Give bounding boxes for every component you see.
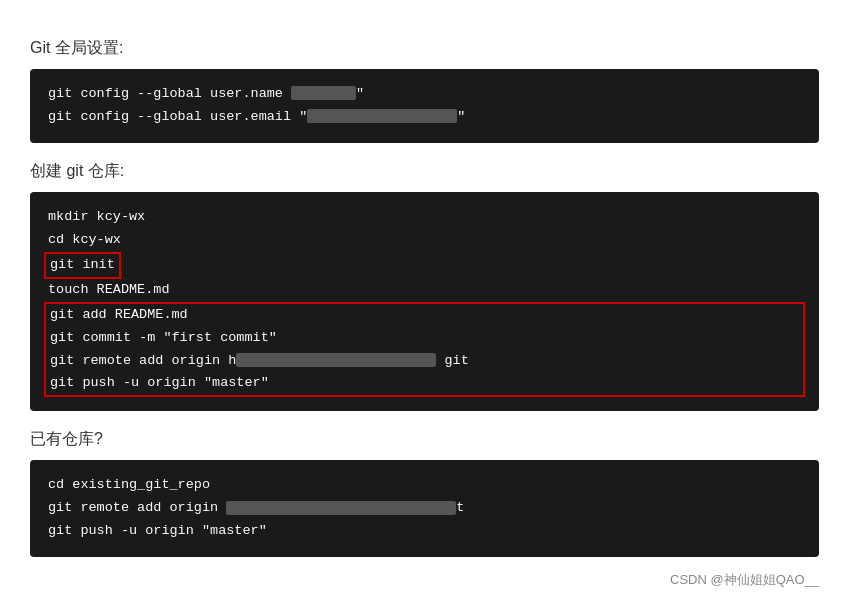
code-line-username: git config --global user.name " (48, 83, 801, 106)
code-line-git-commit: git commit -m "first commit" (50, 327, 799, 350)
code-line-git-push: git push -u origin "master" (50, 372, 799, 395)
page-container: Git 全局设置: git config --global user.name … (30, 38, 819, 589)
code-line-git-remote: git remote add origin h git (50, 350, 799, 373)
section-global-title: Git 全局设置: (30, 38, 819, 59)
code-line-push-existing: git push -u origin "master" (48, 520, 801, 543)
code-block-global: git config --global user.name " git conf… (30, 69, 819, 143)
code-line-email: git config --global user.email " " (48, 106, 801, 129)
code-line-git-init: git init (48, 252, 801, 279)
code-line-cd: cd kcy-wx (48, 229, 801, 252)
blurred-remote-url (236, 353, 436, 367)
section-existing-title: 已有仓库? (30, 429, 819, 450)
blurred-username (291, 86, 356, 100)
code-line-touch: touch README.md (48, 279, 801, 302)
section-global: Git 全局设置: git config --global user.name … (30, 38, 819, 143)
git-init-highlight: git init (44, 252, 121, 279)
highlighted-commands: git add README.md git commit -m "first c… (44, 302, 805, 398)
blurred-email (307, 109, 457, 123)
code-line-git-add: git add README.md (50, 304, 799, 327)
code-block-existing: cd existing_git_repo git remote add orig… (30, 460, 819, 557)
section-existing: 已有仓库? cd existing_git_repo git remote ad… (30, 429, 819, 557)
watermark: CSDN @神仙姐姐QAO__ (30, 571, 819, 589)
code-line-mkdir: mkdir kcy-wx (48, 206, 801, 229)
section-create-title: 创建 git 仓库: (30, 161, 819, 182)
code-line-remote-existing: git remote add origin t (48, 497, 801, 520)
section-create: 创建 git 仓库: mkdir kcy-wx cd kcy-wx git in… (30, 161, 819, 412)
code-line-cd-existing: cd existing_git_repo (48, 474, 801, 497)
code-block-create: mkdir kcy-wx cd kcy-wx git init touch RE… (30, 192, 819, 412)
blurred-existing-url (226, 501, 456, 515)
